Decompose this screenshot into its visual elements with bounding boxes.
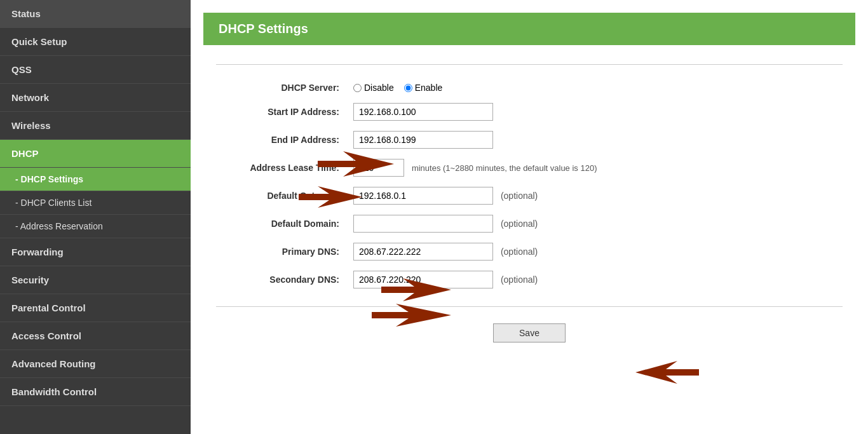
primary-dns-optional: (optional) [501, 247, 538, 257]
sidebar-item-access-control[interactable]: Access Control [0, 322, 191, 350]
sidebar-label-bandwidth-control: Bandwidth Control [11, 386, 97, 397]
enable-radio[interactable] [404, 84, 412, 92]
end-ip-input[interactable] [353, 131, 493, 149]
sidebar-item-qss[interactable]: QSS [0, 56, 191, 84]
default-domain-control: (optional) [343, 210, 843, 238]
default-gateway-control: (optional) [343, 182, 843, 210]
sidebar-item-dhcp[interactable]: DHCP [0, 140, 191, 168]
sidebar-item-network[interactable]: Network [0, 84, 191, 112]
sidebar-item-bandwidth-control[interactable]: Bandwidth Control [0, 378, 191, 406]
enable-radio-label[interactable]: Enable [404, 83, 443, 93]
disable-label-text: Disable [364, 83, 394, 93]
bottom-divider [216, 306, 843, 307]
lease-time-control: minutes (1~2880 minutes, the default val… [343, 154, 843, 182]
primary-dns-row: Primary DNS: (optional) [216, 238, 843, 266]
default-gateway-input[interactable] [353, 187, 493, 205]
primary-dns-input[interactable] [353, 243, 493, 261]
lease-time-label: Address Lease Time: [216, 154, 343, 182]
secondary-dns-row: Secondary DNS: (optional) [216, 266, 843, 294]
secondary-dns-input[interactable] [353, 271, 493, 288]
start-ip-control [343, 98, 843, 126]
sidebar-label-network: Network [11, 92, 49, 103]
sidebar: StatusQuick SetupQSSNetworkWirelessDHCP-… [0, 0, 191, 434]
start-ip-label: Start IP Address: [216, 98, 343, 126]
default-gateway-optional: (optional) [501, 191, 538, 201]
sidebar-label-access-control: Access Control [11, 330, 81, 341]
dhcp-server-row: DHCP Server: Disable Enable [216, 78, 843, 98]
sidebar-item-dhcp-settings[interactable]: - DHCP Settings [0, 168, 191, 191]
sidebar-label-forwarding: Forwarding [11, 247, 64, 257]
end-ip-label: End IP Address: [216, 126, 343, 154]
dhcp-server-radio-group: Disable Enable [353, 83, 839, 93]
save-row: Save [216, 317, 843, 349]
svg-marker-4 [635, 361, 699, 384]
default-domain-optional: (optional) [501, 219, 538, 229]
default-gateway-row: Default Gateway: (optional) [216, 182, 843, 210]
sidebar-label-dhcp: DHCP [11, 148, 39, 159]
save-button[interactable]: Save [493, 323, 566, 342]
sidebar-label-quick-setup: Quick Setup [11, 36, 67, 47]
lease-time-input[interactable] [353, 159, 404, 177]
secondary-dns-control: (optional) [343, 266, 843, 294]
sidebar-label-wireless: Wireless [11, 120, 51, 131]
sidebar-item-dhcp-clients-list[interactable]: - DHCP Clients List [0, 191, 191, 215]
end-ip-row: End IP Address: [216, 126, 843, 154]
enable-label-text: Enable [415, 83, 443, 93]
primary-dns-control: (optional) [343, 238, 843, 266]
secondary-dns-label: Secondary DNS: [216, 266, 343, 294]
sidebar-label-qss: QSS [11, 64, 32, 75]
sidebar-label-address-reservation: - Address Reservation [15, 221, 103, 231]
default-gateway-label: Default Gateway: [216, 182, 343, 210]
default-domain-input[interactable] [353, 215, 493, 233]
sidebar-item-address-reservation[interactable]: - Address Reservation [0, 215, 191, 238]
sidebar-item-wireless[interactable]: Wireless [0, 112, 191, 140]
sidebar-label-parental-control: Parental Control [11, 302, 86, 313]
page-title: DHCP Settings [219, 22, 840, 36]
sidebar-item-quick-setup[interactable]: Quick Setup [0, 28, 191, 56]
sidebar-item-security[interactable]: Security [0, 266, 191, 294]
dhcp-server-control: Disable Enable [343, 78, 843, 98]
sidebar-label-status: Status [11, 8, 41, 19]
top-divider [216, 64, 843, 65]
secondary-dns-optional: (optional) [501, 275, 538, 285]
settings-form: DHCP Server: Disable Enable [216, 78, 843, 294]
start-ip-row: Start IP Address: [216, 98, 843, 126]
primary-dns-label: Primary DNS: [216, 238, 343, 266]
sidebar-label-security: Security [11, 275, 49, 285]
default-domain-row: Default Domain: (optional) [216, 210, 843, 238]
sidebar-label-advanced-routing: Advanced Routing [11, 358, 96, 369]
disable-radio-label[interactable]: Disable [353, 83, 394, 93]
sidebar-item-forwarding[interactable]: Forwarding [0, 238, 191, 266]
disable-radio[interactable] [353, 84, 362, 92]
sidebar-label-dhcp-settings: - DHCP Settings [15, 174, 83, 184]
page-header: DHCP Settings [203, 13, 855, 45]
sidebar-label-dhcp-clients-list: - DHCP Clients List [15, 198, 92, 208]
start-ip-input[interactable] [353, 103, 493, 121]
sidebar-item-parental-control[interactable]: Parental Control [0, 294, 191, 322]
sidebar-item-advanced-routing[interactable]: Advanced Routing [0, 350, 191, 378]
end-ip-control [343, 126, 843, 154]
lease-time-row: Address Lease Time: minutes (1~2880 minu… [216, 154, 843, 182]
arrow-save [635, 361, 699, 384]
main-content: DHCP Settings DHCP Server: Disable [191, 0, 868, 434]
default-domain-label: Default Domain: [216, 210, 343, 238]
sidebar-item-status[interactable]: Status [0, 0, 191, 28]
dhcp-server-label: DHCP Server: [216, 78, 343, 98]
lease-time-hint: minutes (1~2880 minutes, the default val… [412, 163, 597, 173]
